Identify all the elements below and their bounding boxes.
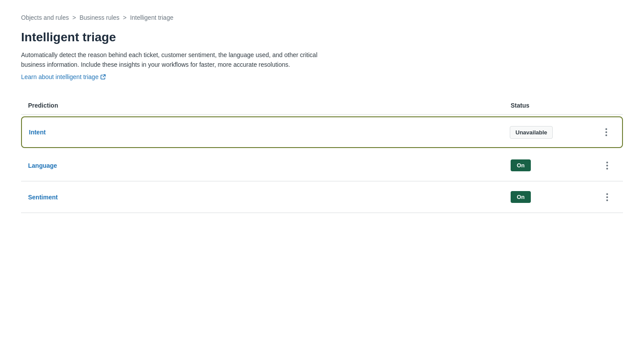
breadcrumb-intelligent-triage: Intelligent triage	[130, 14, 173, 21]
breadcrumb-business-rules: Business rules	[79, 14, 119, 21]
status-badge-on-sentiment: On	[511, 191, 531, 203]
column-header-prediction: Prediction	[28, 102, 511, 109]
external-link-icon	[100, 74, 106, 79]
more-actions-language[interactable]	[605, 160, 610, 171]
row-label-intent[interactable]: Intent	[29, 129, 46, 136]
breadcrumb: Objects and rules > Business rules > Int…	[21, 14, 623, 21]
row-label-language[interactable]: Language	[28, 162, 57, 169]
learn-link-text: Learn about intelligent triage	[21, 73, 99, 80]
status-badge-unavailable: Unavailable	[510, 126, 553, 139]
breadcrumb-objects-and-rules: Objects and rules	[21, 14, 69, 21]
page-description: Automatically detect the reason behind e…	[21, 50, 328, 70]
predictions-table: Prediction Status Intent Unavailable Lan…	[21, 102, 623, 213]
table-row-language: Language On	[21, 150, 623, 181]
row-label-sentiment[interactable]: Sentiment	[28, 194, 58, 201]
learn-link[interactable]: Learn about intelligent triage	[21, 73, 106, 80]
breadcrumb-separator-1: >	[72, 14, 76, 21]
column-header-status: Status	[511, 102, 598, 109]
table-row-intent: Intent Unavailable	[21, 116, 623, 148]
breadcrumb-separator-2: >	[123, 14, 126, 21]
table-row-sentiment: Sentiment On	[21, 181, 623, 213]
more-actions-sentiment[interactable]	[605, 191, 610, 203]
more-actions-intent[interactable]	[604, 126, 609, 138]
table-header: Prediction Status	[21, 102, 623, 115]
page-title: Intelligent triage	[21, 30, 623, 45]
status-badge-on-language: On	[511, 159, 531, 171]
